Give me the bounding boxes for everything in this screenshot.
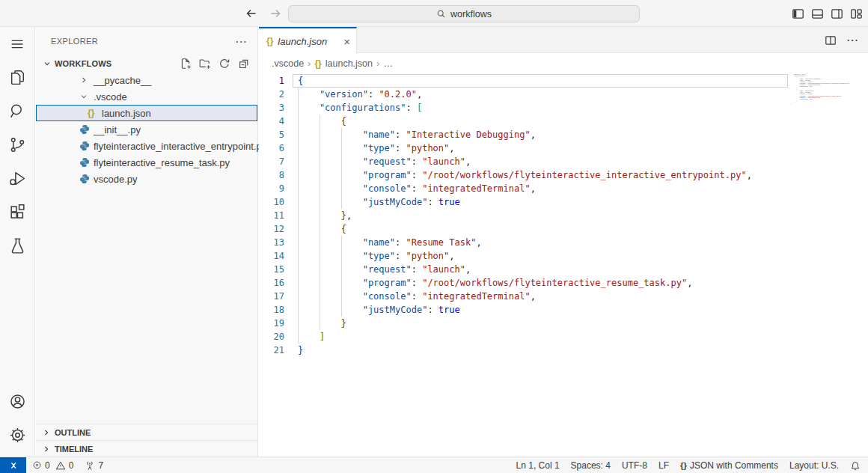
code-line[interactable]: "justMyCode": true — [298, 195, 752, 209]
chevron-down-icon — [79, 92, 94, 101]
code-line[interactable]: "type": "python", — [298, 249, 752, 263]
settings-gear-icon[interactable] — [0, 418, 34, 452]
code-line[interactable]: "name": "Resume Task", — [298, 236, 752, 249]
code-line[interactable]: "program": "/root/workflows/flyteinterac… — [298, 168, 752, 182]
source-control-icon[interactable] — [0, 128, 34, 162]
line-number: 5 — [259, 128, 284, 141]
tree-item-folder[interactable]: .vscode — [36, 88, 257, 105]
line-number: 11 — [259, 209, 284, 222]
new-file-button[interactable] — [180, 58, 192, 70]
code-line[interactable]: "configurations": [ — [298, 101, 752, 115]
search-sidebar-icon[interactable] — [0, 94, 34, 128]
breadcrumb-file[interactable]: launch.json — [326, 58, 373, 69]
code-line[interactable]: "console": "integratedTerminal", — [298, 182, 752, 195]
code-line[interactable]: { — [298, 115, 752, 128]
indent-guide — [320, 168, 341, 182]
collapse-folders-button[interactable] — [238, 58, 250, 70]
remote-icon — [8, 460, 19, 471]
indent-guide — [298, 263, 320, 276]
code-line[interactable]: "console": "integratedTerminal", — [298, 290, 752, 303]
account-icon[interactable] — [0, 385, 34, 418]
errors-warnings-button[interactable]: 0 0 — [32, 460, 73, 471]
python-file-icon — [79, 174, 94, 184]
customize-layout-icon[interactable] — [850, 7, 863, 20]
indent-guide — [298, 141, 320, 155]
line-number: 21 — [259, 344, 284, 357]
code-line[interactable]: "program": "/root/workflows/flyteinterac… — [298, 276, 752, 290]
outline-panel-header[interactable]: OUTLINE — [36, 424, 257, 440]
breadcrumb-folder[interactable]: .vscode — [272, 58, 304, 69]
tree-item-file[interactable]: __init__.py — [36, 121, 257, 138]
toggle-secondary-sidebar-icon[interactable] — [831, 7, 843, 20]
tab-launch-json[interactable]: {} launch.json × — [259, 27, 357, 54]
encoding-button[interactable]: UTF-8 — [622, 460, 647, 471]
new-folder-button[interactable] — [199, 58, 211, 70]
code-line[interactable]: ] — [298, 330, 752, 344]
refresh-explorer-button[interactable] — [218, 58, 230, 70]
eol-button[interactable]: LF — [658, 460, 669, 471]
activity-bar — [0, 27, 35, 457]
language-label: JSON with Comments — [690, 460, 778, 471]
chevron-right-icon: › — [376, 58, 379, 69]
extensions-icon[interactable] — [0, 195, 34, 229]
code-line[interactable]: "request": "launch", — [298, 155, 752, 168]
indentation-button[interactable]: Spaces: 4 — [571, 460, 611, 471]
cursor-position-button[interactable]: Ln 1, Col 1 — [516, 460, 560, 471]
chevron-down-icon — [39, 59, 55, 68]
command-center-search[interactable]: workflows — [288, 5, 640, 22]
notifications-bell-icon[interactable] — [850, 460, 861, 471]
ports-button[interactable]: 7 — [85, 460, 103, 471]
close-tab-icon[interactable]: × — [343, 36, 350, 47]
code-line[interactable]: "request": "launch", — [298, 263, 752, 276]
tree-item-file[interactable]: vscode.py — [36, 171, 257, 187]
minimap[interactable]: { "version": "0.2.0", "configurations": … — [791, 72, 863, 124]
code-line[interactable]: "version": "0.2.0", — [298, 88, 752, 101]
tree-item-file[interactable]: {}launch.json — [36, 105, 257, 121]
toggle-panel-icon[interactable] — [811, 7, 824, 20]
line-number: 10 — [259, 195, 284, 209]
indent-guide — [298, 290, 320, 303]
tree-item-folder[interactable]: __pycache__ — [36, 72, 257, 88]
code-editor[interactable]: 123456789101112131415161718192021 {"vers… — [259, 73, 868, 457]
more-editor-actions-icon[interactable]: ⋯ — [846, 33, 859, 47]
code-line[interactable]: }, — [298, 209, 752, 222]
split-editor-icon[interactable] — [825, 34, 837, 46]
code-line[interactable]: "name": "Interactive Debugging", — [298, 128, 752, 141]
indent-guide — [298, 115, 320, 128]
file-name: flyteinteractive_interactive_entrypoint.… — [94, 141, 266, 152]
indent-guide — [320, 195, 341, 209]
keyboard-layout-button[interactable]: Layout: U.S. — [789, 460, 839, 471]
language-mode-button[interactable]: {} JSON with Comments — [680, 460, 778, 471]
remote-indicator[interactable] — [0, 457, 26, 473]
timeline-panel-header[interactable]: TIMELINE — [36, 440, 257, 457]
chevron-right-icon — [79, 76, 94, 85]
workspace-section-header[interactable]: WORKFLOWS — [36, 55, 257, 72]
code-line[interactable]: } — [298, 317, 752, 330]
line-number: 6 — [259, 141, 284, 155]
run-and-debug-icon[interactable] — [0, 162, 34, 195]
code-line[interactable]: { — [298, 222, 752, 236]
breadcrumb: .vscode › {} launch.json › … — [259, 53, 868, 73]
indent-guide — [341, 182, 363, 195]
toggle-sidebar-icon[interactable] — [792, 7, 804, 20]
tree-item-file[interactable]: flyteinteractive_interactive_entrypoint.… — [36, 138, 257, 154]
breadcrumb-symbol[interactable]: … — [383, 58, 393, 69]
indent-guide — [341, 263, 363, 276]
explorer-files-icon[interactable] — [0, 61, 34, 94]
indent-guide — [320, 276, 341, 290]
history-nav — [245, 0, 281, 27]
code-line[interactable]: "justMyCode": true — [298, 303, 752, 317]
code-line[interactable]: { — [298, 74, 752, 88]
file-name: flyteinteractive_resume_task.py — [94, 157, 230, 168]
menu-icon[interactable] — [0, 27, 34, 61]
indent-guide — [320, 290, 341, 303]
indent-guide — [320, 317, 341, 330]
back-button[interactable] — [245, 7, 257, 19]
indent-guide — [320, 141, 341, 155]
testing-beaker-icon[interactable] — [0, 229, 34, 263]
tree-item-file[interactable]: flyteinteractive_resume_task.py — [36, 154, 257, 171]
code-line[interactable]: } — [298, 344, 752, 357]
code-line[interactable]: "type": "python", — [298, 141, 752, 155]
explorer-more-actions-icon[interactable]: ⋯ — [235, 34, 247, 49]
forward-button[interactable] — [269, 7, 281, 19]
